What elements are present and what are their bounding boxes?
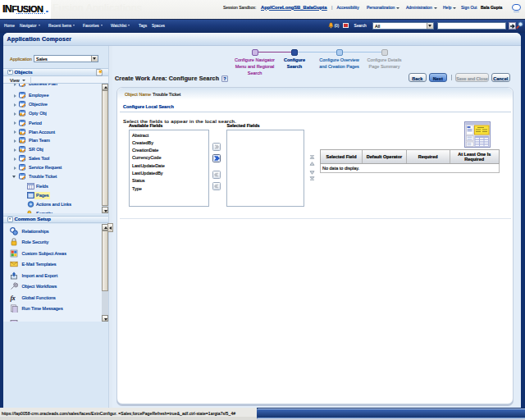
svg-text:fx: fx: [11, 294, 16, 302]
